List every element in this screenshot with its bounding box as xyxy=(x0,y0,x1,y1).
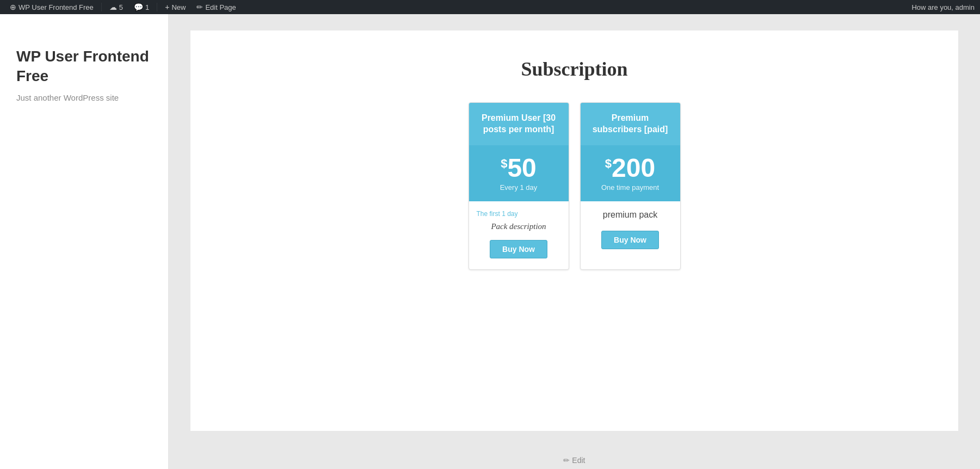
plan-2-pack-name: premium pack xyxy=(588,210,673,220)
divider-2 xyxy=(157,3,157,11)
page-wrapper: WP User Frontend Free Just another WordP… xyxy=(0,14,980,469)
updates-count: 5 xyxy=(119,3,123,11)
plan-1-buy-button[interactable]: Buy Now xyxy=(490,240,547,258)
plan-2-header: Premium subscribers [paid] xyxy=(581,103,680,145)
site-title: WP User Frontend Free xyxy=(16,47,152,87)
plan-2-buy-button[interactable]: Buy Now xyxy=(601,231,659,249)
plan-1-price: $50 xyxy=(476,155,562,181)
plan-1-trial: The first 1 day xyxy=(477,210,561,218)
new-label: New xyxy=(171,3,186,11)
plan-1-period: Every 1 day xyxy=(476,183,562,192)
edit-link[interactable]: ✏ Edit xyxy=(563,456,585,465)
updates-icon: ☁ xyxy=(109,3,117,11)
new-content-link[interactable]: + New xyxy=(161,0,190,14)
comments-count: 1 xyxy=(145,3,149,11)
site-home-link[interactable]: ⊕ WP User Frontend Free xyxy=(5,0,98,14)
edit-icon: ✏ xyxy=(196,3,203,11)
plan-1-currency: $ xyxy=(501,157,507,170)
divider-1 xyxy=(101,3,102,11)
plan-1-description: Pack description xyxy=(477,222,561,231)
plan-1-header: Premium User [30 posts per month] xyxy=(469,103,569,145)
plan-2-body: premium pack Buy Now xyxy=(581,201,680,260)
main-content: Subscription Premium User [30 posts per … xyxy=(169,14,980,469)
plan-1-price-box: $50 Every 1 day xyxy=(469,145,569,201)
plan-card-1: Premium User [30 posts per month] $50 Ev… xyxy=(469,102,569,270)
edit-link-area: ✏ Edit xyxy=(169,447,980,469)
site-tagline: Just another WordPress site xyxy=(16,93,152,102)
content-inner: Subscription Premium User [30 posts per … xyxy=(190,30,958,431)
plan-2-currency: $ xyxy=(605,157,612,170)
plan-2-price: $200 xyxy=(587,155,674,181)
plan-2-price-box: $200 One time payment xyxy=(581,145,680,201)
admin-bar: ⊕ WP User Frontend Free ☁ 5 💬 1 + New ✏ … xyxy=(0,0,980,14)
plans-container: Premium User [30 posts per month] $50 Ev… xyxy=(223,102,926,270)
new-icon: + xyxy=(165,3,169,11)
left-sidebar: WP User Frontend Free Just another WordP… xyxy=(0,14,169,469)
admin-bar-left: ⊕ WP User Frontend Free ☁ 5 💬 1 + New ✏ … xyxy=(5,0,911,14)
edit-page-link[interactable]: ✏ Edit Page xyxy=(192,0,240,14)
plan-2-period: One time payment xyxy=(587,183,674,192)
site-name-label: WP User Frontend Free xyxy=(19,3,94,11)
edit-page-label: Edit Page xyxy=(205,3,236,11)
page-title: Subscription xyxy=(223,58,926,81)
comments-icon: 💬 xyxy=(134,3,143,11)
plan-card-2: Premium subscribers [paid] $200 One time… xyxy=(580,102,681,270)
plan-1-body: The first 1 day Pack description Buy Now xyxy=(469,201,569,269)
updates-link[interactable]: ☁ 5 xyxy=(105,0,127,14)
admin-greeting: How are you, admin xyxy=(911,3,975,11)
comments-link[interactable]: 💬 1 xyxy=(130,0,153,14)
wp-icon: ⊕ xyxy=(10,3,16,11)
